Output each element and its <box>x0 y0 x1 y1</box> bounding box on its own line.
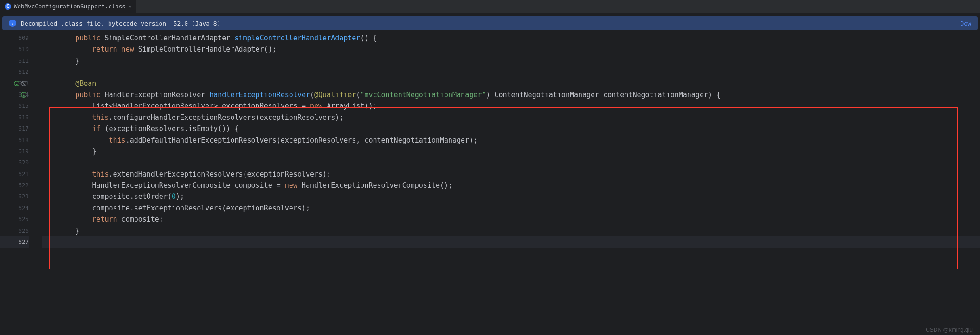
gutter-line-number[interactable]: 613 <box>0 78 29 89</box>
gutter-line-number[interactable]: 615 <box>0 100 29 112</box>
gutter[interactable]: 6096106116126136146156166176186196206216… <box>0 33 42 335</box>
code-line[interactable]: if (exceptionResolvers.isEmpty()) { <box>42 123 980 134</box>
code-line[interactable] <box>42 66 980 78</box>
code-line[interactable]: this.extendHandlerExceptionResolvers(exc… <box>42 169 980 180</box>
gutter-line-number[interactable]: 620 <box>0 157 29 168</box>
code-line[interactable]: } <box>42 55 980 66</box>
gutter-line-number[interactable]: 623 <box>0 191 29 202</box>
editor-tab-filename: WebMvcConfigurationSupport.class <box>14 3 126 10</box>
code-line[interactable]: public SimpleControllerHandlerAdapter si… <box>42 33 980 44</box>
gutter-line-number[interactable]: 611 <box>0 55 29 66</box>
gutter-line-number[interactable]: 622 <box>0 180 29 191</box>
code-line[interactable]: } <box>42 146 980 157</box>
code-line[interactable]: @Bean <box>42 78 980 89</box>
class-file-icon: C <box>5 3 11 10</box>
gutter-line-number[interactable]: 624 <box>0 203 29 214</box>
gutter-line-number[interactable]: 614 <box>0 89 29 100</box>
decompiled-info-bar: i Decompiled .class file, bytecode versi… <box>2 16 978 30</box>
gutter-line-number[interactable]: 619 <box>0 146 29 157</box>
gutter-line-number[interactable]: 617 <box>0 123 29 134</box>
code-line[interactable]: List<HandlerExceptionResolver> exception… <box>42 100 980 112</box>
code-area[interactable]: public SimpleControllerHandlerAdapter si… <box>42 33 980 335</box>
gutter-line-number[interactable]: 625 <box>0 214 29 225</box>
code-line[interactable]: this.configureHandlerExceptionResolvers(… <box>42 112 980 123</box>
code-line[interactable]: this.addDefaultHandlerExceptionResolvers… <box>42 135 980 146</box>
code-editor[interactable]: 6096106116126136146156166176186196206216… <box>0 33 980 335</box>
gutter-marker-icons[interactable] <box>20 89 27 100</box>
code-line[interactable]: composite.setOrder(0); <box>42 191 980 202</box>
code-line[interactable]: return new SimpleControllerHandlerAdapte… <box>42 44 980 55</box>
code-line[interactable] <box>42 157 980 168</box>
download-sources-link[interactable]: Dow <box>961 20 971 27</box>
gutter-line-number[interactable]: 610 <box>0 44 29 55</box>
gutter-line-number[interactable]: 618 <box>0 135 29 146</box>
editor-tab[interactable]: C WebMvcConfigurationSupport.class × <box>0 0 136 13</box>
close-tab-icon[interactable]: × <box>129 3 132 10</box>
gutter-line-number[interactable]: 621 <box>0 169 29 180</box>
gutter-line-number[interactable]: 616 <box>0 112 29 123</box>
gutter-line-number[interactable]: 627 <box>0 236 29 248</box>
editor-tab-bar: C WebMvcConfigurationSupport.class × <box>0 0 980 14</box>
gutter-line-number[interactable]: 612 <box>0 66 29 78</box>
code-line[interactable]: public HandlerExceptionResolver handlerE… <box>42 89 980 100</box>
gutter-line-number[interactable]: 626 <box>0 225 29 236</box>
watermark: CSDN @kming.qiu <box>926 327 973 333</box>
gutter-line-number[interactable]: 609 <box>0 33 29 44</box>
code-line[interactable]: } <box>42 225 980 236</box>
info-message: Decompiled .class file, bytecode version… <box>21 20 220 27</box>
code-line[interactable]: composite.setExceptionResolvers(exceptio… <box>42 203 980 214</box>
code-line[interactable] <box>42 236 980 248</box>
code-line[interactable]: return composite; <box>42 214 980 225</box>
gutter-marker-icons[interactable] <box>13 78 27 89</box>
info-icon: i <box>9 20 16 27</box>
svg-line-2 <box>22 82 26 85</box>
code-line[interactable]: HandlerExceptionResolverComposite compos… <box>42 180 980 191</box>
